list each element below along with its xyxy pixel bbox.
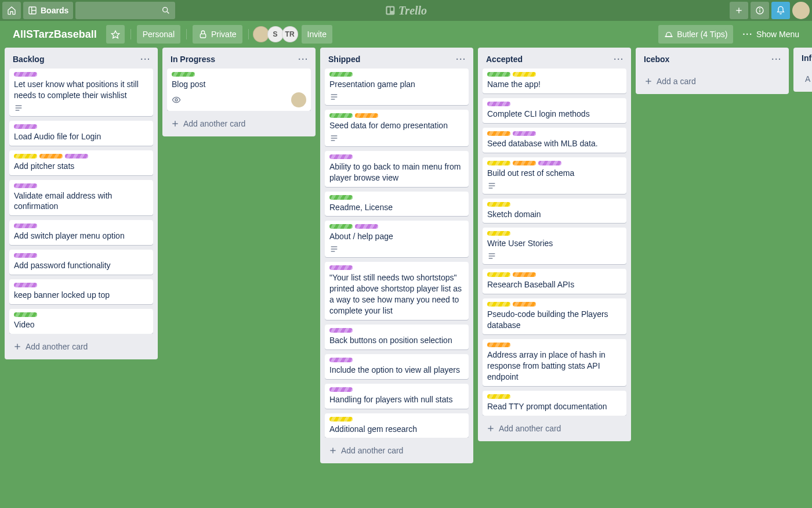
card[interactable]: Sketch domain [483, 199, 626, 224]
label-green[interactable] [329, 195, 353, 200]
label-green[interactable] [14, 312, 37, 317]
label-orange[interactable] [513, 161, 536, 165]
board-canvas[interactable]: Backlog···Let user know what positions i… [0, 48, 812, 508]
star-button[interactable] [106, 25, 125, 44]
card[interactable]: Read TTY prompt documentation [483, 391, 626, 416]
label-orange[interactable] [355, 113, 378, 118]
label-yellow[interactable] [487, 161, 510, 165]
card[interactable]: Address array in place of hash in respon… [483, 339, 626, 386]
label-orange[interactable] [487, 131, 510, 136]
label-purple[interactable] [487, 102, 510, 106]
label-purple[interactable] [329, 358, 353, 362]
list-menu-button[interactable]: ··· [770, 53, 783, 65]
card[interactable]: "Your list still needs two shortstops" p… [325, 262, 469, 320]
label-orange[interactable] [487, 343, 510, 347]
label-purple[interactable] [329, 387, 353, 392]
card[interactable]: Validate email address with confirmation [9, 180, 153, 216]
card[interactable]: Add switch player menu option [9, 220, 153, 245]
label-yellow[interactable] [513, 72, 536, 77]
label-yellow[interactable] [329, 417, 353, 421]
card[interactable]: Include the option to view all players [325, 354, 469, 379]
card[interactable]: Additional gem research [325, 413, 469, 438]
list-title[interactable]: Shipped [328, 55, 360, 64]
invite-button[interactable]: Invite [302, 25, 332, 44]
label-orange[interactable] [39, 154, 63, 158]
list-title[interactable]: In Progress [171, 55, 215, 64]
label-purple[interactable] [329, 265, 353, 270]
card[interactable]: Ability to go back to main menu from pla… [325, 151, 469, 187]
card[interactable]: Add password functionality [9, 250, 153, 275]
list-menu-button[interactable]: ··· [297, 53, 310, 65]
card[interactable]: Handling for players with null stats [325, 384, 469, 409]
card-member-avatar[interactable] [291, 92, 306, 107]
card[interactable]: Readme, License [325, 192, 469, 217]
label-yellow[interactable] [14, 154, 37, 158]
label-green[interactable] [329, 72, 353, 77]
member-avatar[interactable] [253, 26, 269, 42]
label-yellow[interactable] [487, 394, 510, 399]
board-title[interactable]: AllSTarzBaseball [7, 28, 103, 41]
add-card-button[interactable]: A [798, 71, 812, 87]
label-purple[interactable] [14, 224, 37, 228]
card[interactable]: Add pitcher stats [9, 150, 153, 175]
card[interactable]: Write User Stories [483, 228, 626, 264]
label-purple[interactable] [355, 224, 378, 229]
add-card-button[interactable]: Add another card [9, 338, 153, 355]
label-yellow[interactable] [487, 302, 510, 307]
label-green[interactable] [329, 113, 353, 118]
add-card-button[interactable]: Add another card [325, 442, 469, 459]
add-card-button[interactable]: Add another card [483, 420, 626, 437]
card[interactable]: Complete CLI login methods [483, 98, 626, 123]
add-button[interactable] [730, 2, 748, 19]
butler-button[interactable]: Butler (4 Tips) [658, 25, 733, 44]
list-title[interactable]: Icebox [644, 55, 669, 64]
card[interactable]: Load Audio file for Login [9, 121, 153, 146]
list-title[interactable]: Accepted [486, 55, 523, 64]
app-logo[interactable]: Trello [385, 4, 427, 17]
label-purple[interactable] [513, 131, 536, 136]
label-purple[interactable] [329, 328, 353, 333]
personal-button[interactable]: Personal [137, 25, 180, 44]
list-menu-button[interactable]: ··· [455, 53, 467, 65]
label-yellow[interactable] [487, 272, 510, 277]
card[interactable]: Blog post [167, 69, 311, 111]
visibility-button[interactable]: Private [193, 25, 242, 44]
card[interactable]: Research Baseball APIs [483, 269, 626, 294]
card[interactable]: Video [9, 309, 153, 334]
card[interactable]: Name the app! [483, 69, 626, 93]
label-yellow[interactable] [487, 202, 510, 207]
card[interactable]: Build out rest of schema [483, 157, 626, 194]
list-menu-button[interactable]: ··· [612, 53, 625, 65]
list-title[interactable]: Inf [802, 53, 811, 63]
label-purple[interactable] [14, 183, 37, 188]
label-orange[interactable] [513, 272, 536, 277]
user-avatar[interactable] [792, 2, 810, 19]
label-green[interactable] [487, 72, 510, 77]
card[interactable]: Back buttons on position selection [325, 325, 469, 350]
label-green[interactable] [329, 224, 353, 229]
info-button[interactable] [751, 2, 769, 19]
home-button[interactable] [2, 2, 21, 19]
show-menu-button[interactable]: ··· Show Menu [737, 25, 805, 44]
card[interactable]: Pseudo-code building the Players databas… [483, 298, 626, 334]
list-menu-button[interactable]: ··· [139, 53, 152, 65]
label-orange[interactable] [513, 302, 536, 307]
card[interactable]: keep banner locked up top [9, 279, 153, 304]
card[interactable]: Presentation game plan [325, 69, 469, 105]
card[interactable]: About / help page [325, 221, 469, 257]
label-purple[interactable] [538, 161, 561, 165]
member-avatar[interactable]: TR [282, 26, 298, 42]
label-yellow[interactable] [487, 231, 510, 236]
label-purple[interactable] [14, 72, 37, 77]
label-purple[interactable] [65, 154, 88, 158]
list-title[interactable]: Backlog [13, 55, 44, 64]
label-purple[interactable] [14, 283, 37, 287]
label-purple[interactable] [329, 154, 353, 159]
label-purple[interactable] [14, 253, 37, 258]
notifications-button[interactable] [771, 2, 790, 19]
member-avatar[interactable]: S [267, 26, 284, 42]
label-green[interactable] [172, 72, 195, 77]
card[interactable]: Let user know what positions it still ne… [9, 69, 153, 116]
add-card-button[interactable]: Add another card [167, 116, 311, 132]
search-input[interactable] [75, 2, 175, 19]
